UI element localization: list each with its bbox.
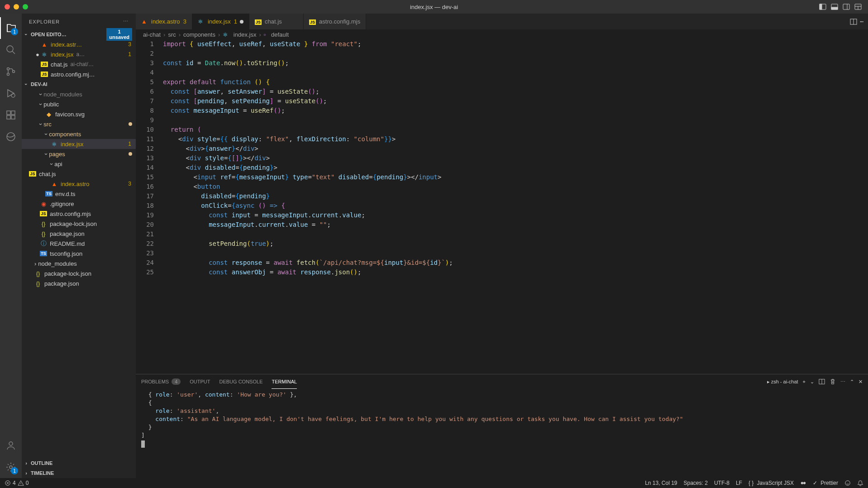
file-item[interactable]: ⚛index.jsx1 <box>22 139 136 149</box>
file-item[interactable]: JSastro.config.mjs <box>22 209 136 219</box>
file-item[interactable]: ⓘREADME.md <box>22 239 136 249</box>
chevron-right-icon <box>24 470 31 476</box>
titlebar: index.jsx — dev-ai <box>0 0 868 14</box>
svg-rect-15 <box>7 111 10 115</box>
file-item[interactable]: ▲index.astro3 <box>22 179 136 189</box>
run-debug-activity[interactable] <box>0 82 22 104</box>
outline-section[interactable]: OUTLINE <box>22 458 136 468</box>
tab-output[interactable]: OUTPUT <box>190 374 210 389</box>
editor-tab[interactable]: ⚛index.jsx 1 <box>192 14 249 29</box>
terminal-dropdown-icon[interactable]: ⌄ <box>810 379 814 385</box>
split-terminal-icon[interactable] <box>819 378 825 385</box>
file-item[interactable]: TSenv.d.ts <box>22 189 136 199</box>
status-copilot-icon[interactable] <box>800 480 806 486</box>
status-language[interactable]: { } JavaScript JSX <box>749 480 794 486</box>
editor-tab[interactable]: JSastro.config.mjs <box>304 14 366 29</box>
status-prettier[interactable]: ✓ Prettier <box>813 480 838 486</box>
explorer-badge: 1 <box>11 28 18 35</box>
folder-item[interactable]: api <box>22 159 136 169</box>
code-content[interactable]: import { useEffect, useRef, useState } f… <box>163 39 868 374</box>
open-editor-item[interactable]: ▲index.astr…3 <box>22 39 136 49</box>
toggle-secondary-sidebar-icon[interactable] <box>841 1 852 12</box>
line-numbers: 1234567891011121314151617181920212223242… <box>136 39 163 374</box>
open-editor-item[interactable]: JSastro.config.mj… <box>22 69 136 79</box>
accounts-activity[interactable] <box>0 435 22 456</box>
editor-tab[interactable]: JSchat.js <box>249 14 304 29</box>
open-editor-item[interactable]: JSchat.jsai-chat/… <box>22 59 136 69</box>
file-item[interactable]: TStsconfig.json <box>22 249 136 258</box>
svg-rect-16 <box>11 111 15 115</box>
status-notifications-icon[interactable] <box>857 480 863 486</box>
extensions-activity[interactable] <box>0 104 22 126</box>
editor-tab[interactable]: ▲index.astro 3 <box>136 14 192 29</box>
timeline-section[interactable]: TIMELINE <box>22 468 136 478</box>
status-spaces[interactable]: Spaces: 2 <box>684 480 708 486</box>
settings-badge: 1 <box>11 467 18 474</box>
folder-item[interactable]: src <box>22 119 136 129</box>
close-window-button[interactable] <box>5 4 10 10</box>
project-section[interactable]: DEV-AI <box>22 79 136 89</box>
tab-terminal[interactable]: TERMINAL <box>272 374 297 389</box>
file-item[interactable]: {}package.json <box>22 278 136 288</box>
folder-item[interactable]: node_modules <box>22 258 136 268</box>
file-item[interactable]: ◆favicon.svg <box>22 109 136 119</box>
code-editor[interactable]: 1234567891011121314151617181920212223242… <box>136 39 868 374</box>
terminal-shell-picker[interactable]: ▸ zsh - ai-chat <box>767 379 798 385</box>
status-eol[interactable]: LF <box>736 480 742 486</box>
problems-count-badge: 4 <box>172 378 181 385</box>
explorer-more-icon[interactable]: ⋯ <box>123 19 129 24</box>
close-panel-icon[interactable]: ✕ <box>858 379 863 385</box>
svg-line-10 <box>12 51 15 54</box>
svg-rect-1 <box>820 4 822 10</box>
terminal-more-icon[interactable]: ⋯ <box>840 379 845 385</box>
search-activity[interactable] <box>0 39 22 61</box>
panel-tabs: PROBLEMS 4 OUTPUT DEBUG CONSOLE TERMINAL… <box>136 374 868 389</box>
chevron-down-icon <box>24 32 31 37</box>
split-editor-icon[interactable] <box>850 18 857 25</box>
open-editors-label: OPEN EDITO… <box>31 32 67 37</box>
open-editors-section[interactable]: OPEN EDITO… 1 unsaved <box>22 29 136 39</box>
folder-item[interactable]: public <box>22 99 136 109</box>
toggle-panel-icon[interactable] <box>829 1 840 12</box>
file-item[interactable]: {}package-lock.json <box>22 219 136 229</box>
breadcrumb[interactable]: ai-chat› src› components› ⚛ index.jsx› ▫… <box>136 29 868 39</box>
edge-tools-activity[interactable] <box>0 126 22 148</box>
toggle-primary-sidebar-icon[interactable] <box>817 1 828 12</box>
editor-tabs: ▲index.astro 3⚛index.jsx 1JSchat.jsJSast… <box>136 14 868 29</box>
file-item[interactable]: JSchat.js <box>22 169 136 179</box>
open-editor-item[interactable]: ●⚛index.jsxa…1 <box>22 49 136 59</box>
status-errors[interactable]: 4 0 <box>5 480 29 486</box>
svg-rect-4 <box>843 4 849 10</box>
svg-point-9 <box>7 46 13 52</box>
file-item[interactable]: {}package-lock.json <box>22 268 136 278</box>
folder-item[interactable]: node_modules <box>22 89 136 99</box>
minimize-window-button[interactable] <box>14 4 19 10</box>
maximize-panel-icon[interactable]: ⌃ <box>850 379 854 385</box>
status-feedback-icon[interactable] <box>844 480 851 486</box>
folder-item[interactable]: pages <box>22 149 136 159</box>
svg-point-11 <box>7 68 10 70</box>
customize-layout-icon[interactable] <box>853 1 863 12</box>
tab-problems[interactable]: PROBLEMS 4 <box>141 374 181 389</box>
activity-bar: 1 1 <box>0 14 22 478</box>
window-title: index.jsx — dev-ai <box>410 4 458 10</box>
settings-activity[interactable]: 1 <box>0 456 22 478</box>
folder-item[interactable]: components <box>22 129 136 139</box>
chevron-right-icon <box>24 460 31 466</box>
file-item[interactable]: ◉.gitignore <box>22 199 136 209</box>
window-controls <box>5 4 28 10</box>
status-cursor[interactable]: Ln 13, Col 19 <box>645 480 677 486</box>
tab-debug-console[interactable]: DEBUG CONSOLE <box>219 374 263 389</box>
source-control-activity[interactable] <box>0 61 22 82</box>
maximize-window-button[interactable] <box>23 4 28 10</box>
new-terminal-icon[interactable]: + <box>803 379 806 384</box>
explorer-title: EXPLORER <box>29 19 60 24</box>
editor-more-icon[interactable]: ⋯ <box>860 18 863 25</box>
explorer-activity[interactable]: 1 <box>0 17 22 39</box>
file-item[interactable]: {}package.json <box>22 229 136 239</box>
status-encoding[interactable]: UTF-8 <box>714 480 730 486</box>
svg-point-13 <box>13 71 15 73</box>
kill-terminal-icon[interactable] <box>830 378 836 385</box>
svg-point-14 <box>11 94 15 97</box>
terminal-output[interactable]: { role: 'user', content: 'How are you?' … <box>136 389 868 478</box>
